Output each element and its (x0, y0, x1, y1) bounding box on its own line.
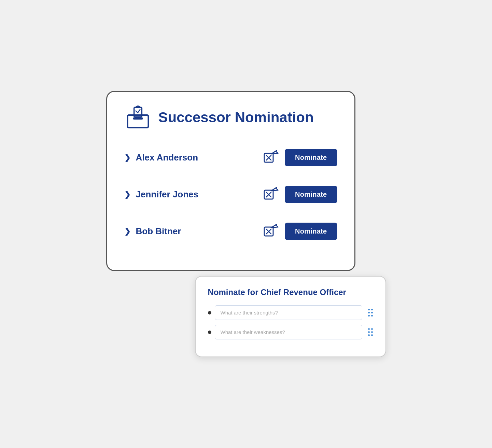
nominate-button-alex-anderson[interactable]: Nominate (285, 149, 337, 166)
dots-grid-weaknesses (368, 328, 373, 336)
candidate-name-alex-anderson: Alex Anderson (136, 152, 198, 163)
dot (368, 328, 370, 330)
dot (371, 331, 373, 333)
svg-rect-1 (133, 117, 143, 120)
candidate-left-alex-anderson: ❯ Alex Anderson (124, 152, 198, 163)
dot (371, 309, 373, 310)
form-fields (208, 305, 373, 339)
chevron-icon-alex-anderson: ❯ (124, 153, 130, 162)
chevron-icon-bob-bitner: ❯ (124, 227, 130, 236)
edit-icon-alex-anderson (262, 149, 279, 166)
ballot-icon (124, 106, 152, 129)
overlay-title: Nominate for Chief Revenue Officer (208, 288, 373, 297)
overlay-card: Nominate for Chief Revenue Officer (195, 276, 386, 357)
input-weaknesses[interactable] (215, 325, 362, 339)
dot (368, 312, 370, 313)
main-card: Successor Nomination ❯ Alex Anderson (106, 91, 355, 271)
candidate-name-jennifer-jones: Jennifer Jones (136, 189, 199, 200)
nominate-button-bob-bitner[interactable]: Nominate (285, 223, 337, 240)
page-title: Successor Nomination (158, 109, 314, 126)
dot (371, 315, 373, 317)
scene: Successor Nomination ❯ Alex Anderson (106, 91, 386, 357)
candidate-row-jennifer-jones: ❯ Jennifer Jones (124, 176, 337, 213)
form-row-weaknesses (208, 325, 373, 339)
drag-icon-strengths[interactable] (366, 309, 373, 317)
dot (371, 334, 373, 336)
dot (368, 315, 370, 317)
candidate-row-bob-bitner: ❯ Bob Bitner (124, 213, 337, 250)
dot (368, 334, 370, 336)
candidate-name-bob-bitner: Bob Bitner (136, 226, 181, 237)
candidate-left-bob-bitner: ❯ Bob Bitner (124, 226, 181, 237)
card-header: Successor Nomination (124, 106, 337, 129)
input-strengths[interactable] (215, 305, 362, 320)
form-row-strengths (208, 305, 373, 320)
edit-icon-bob-bitner (262, 223, 279, 240)
dot (371, 328, 373, 330)
dot (368, 309, 370, 310)
candidate-row-alex-anderson: ❯ Alex Anderson (124, 139, 337, 176)
nominate-button-jennifer-jones[interactable]: Nominate (285, 186, 337, 203)
dot (371, 312, 373, 313)
candidate-right-bob-bitner: Nominate (262, 223, 337, 240)
edit-icon-jennifer-jones (262, 186, 279, 203)
dots-grid-strengths (368, 309, 373, 317)
candidate-left-jennifer-jones: ❯ Jennifer Jones (124, 189, 199, 200)
bullet-weaknesses (208, 331, 211, 334)
drag-icon-weaknesses[interactable] (366, 328, 373, 336)
candidate-right-jennifer-jones: Nominate (262, 186, 337, 203)
candidates-list: ❯ Alex Anderson (124, 139, 337, 250)
chevron-icon-jennifer-jones: ❯ (124, 190, 130, 199)
dot (368, 331, 370, 333)
bullet-strengths (208, 311, 211, 314)
candidate-right-alex-anderson: Nominate (262, 149, 337, 166)
